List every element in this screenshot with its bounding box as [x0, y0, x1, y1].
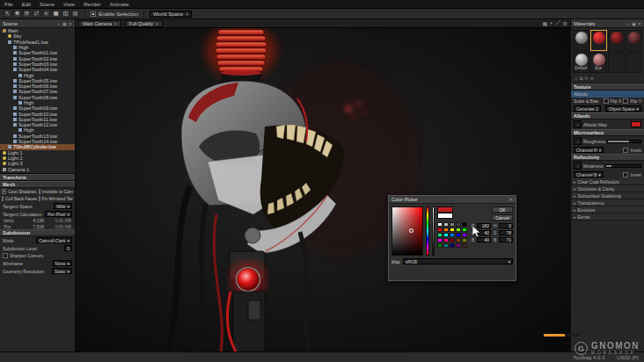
material-item[interactable]: Eye [590, 52, 607, 73]
select-arrow-icon[interactable]: ↖ [4, 10, 11, 18]
color-swatch[interactable] [462, 238, 467, 243]
material-item[interactable] [573, 30, 589, 51]
folder-icon[interactable]: ▣ [632, 21, 636, 26]
color-swatch[interactable] [443, 243, 449, 248]
material-section-collapsed[interactable]: ▸Extras [571, 214, 644, 221]
geometry-resolution-dropdown[interactable]: Static▾ [52, 268, 72, 274]
roughness-channel-dropdown[interactable]: Channel R▾ [574, 147, 604, 153]
texture-slot-icon[interactable]: ＋ [574, 120, 582, 128]
material-section-collapsed[interactable]: ▸Subsurface Scattering [571, 192, 644, 199]
color-swatch[interactable] [456, 228, 461, 232]
texture-slot-icon[interactable]: ＋ [574, 137, 582, 145]
texture-slot-icon[interactable]: ＋ [574, 162, 582, 170]
color-swatch[interactable] [462, 228, 467, 232]
menu-item-animate[interactable]: Animate [106, 2, 134, 7]
material-item[interactable] [608, 30, 625, 51]
map-dropdown[interactable]: sRGB ▾ [403, 258, 513, 264]
color-swatch[interactable] [437, 238, 443, 243]
color-field-value[interactable]: 71 [499, 237, 513, 243]
viewport[interactable]: Main Camera ▾ Full Quality ▾ ▦ ◐ ⤢ ⚙ [76, 19, 570, 351]
flip-x-checkbox[interactable] [604, 98, 609, 104]
expand-icon[interactable]: ⤢ [556, 20, 560, 26]
roughness-invert-checkbox[interactable] [623, 148, 628, 153]
color-swatch[interactable] [450, 243, 455, 248]
color-swatch[interactable] [456, 238, 461, 243]
move-icon[interactable]: ✥ [13, 10, 21, 18]
delete-icon[interactable]: ✕ [69, 21, 72, 26]
cancel-button[interactable]: Cancel [492, 214, 513, 221]
material-item[interactable] [590, 30, 607, 51]
menu-item-edit[interactable]: Edit [18, 2, 35, 7]
menu-item-file[interactable]: File [0, 2, 18, 7]
metalness-invert-checkbox[interactable] [623, 172, 628, 177]
material-item[interactable] [626, 30, 642, 51]
camera-dropdown[interactable]: Main Camera ▾ [78, 20, 121, 27]
fix-mirrored-tangents-checkbox[interactable] [39, 196, 40, 201]
color-swatch[interactable] [437, 228, 443, 232]
refresh-material-icon[interactable]: ↻ [585, 76, 589, 82]
saturation-value-field[interactable] [392, 206, 423, 256]
scale-icon[interactable]: ⤢ [33, 10, 40, 18]
color-swatch[interactable] [456, 233, 461, 237]
material-item[interactable] [608, 52, 625, 73]
material-section-collapsed[interactable]: ▸Occlusion & Cavity [571, 185, 644, 192]
snap-icon[interactable]: ▦ [52, 10, 60, 18]
rotate-icon[interactable]: ⟳ [23, 10, 31, 18]
roughness-slider[interactable] [607, 140, 641, 143]
color-swatch[interactable] [443, 238, 449, 243]
material-section-collapsed[interactable]: ▸Clear Coat Reflection [571, 178, 644, 185]
grid-icon[interactable]: ▦ [543, 20, 548, 26]
enable-selection-checkbox[interactable] [91, 11, 96, 17]
new-material-icon[interactable]: ＋ [574, 76, 578, 82]
material-section-collapsed[interactable]: ▸Transparency [571, 199, 644, 206]
color-swatch[interactable] [456, 243, 461, 248]
albedo-section-header[interactable]: Albedo [571, 112, 644, 119]
color-swatch[interactable] [462, 243, 467, 248]
albedo-color-swatch[interactable] [631, 121, 641, 127]
metalness-slider[interactable] [605, 164, 641, 168]
albedo-tab[interactable]: Albedo [571, 90, 644, 98]
focus-icon[interactable]: ◎ [71, 10, 79, 18]
color-swatch[interactable] [443, 222, 449, 227]
color-swatch[interactable] [462, 222, 467, 227]
tangent-calc-dropdown[interactable]: Per-Pixel▾ [45, 211, 72, 217]
subdivision-section-header[interactable]: Subdivision [0, 229, 75, 236]
transform-section-header[interactable]: Transform [0, 174, 75, 181]
pivot-icon[interactable]: ⌖ [42, 10, 50, 18]
add-icon[interactable]: ＋ [56, 21, 61, 26]
mirror-icon[interactable]: ◫ [62, 10, 70, 18]
color-swatch[interactable] [450, 238, 455, 243]
invisible-to-camera-checkbox[interactable] [39, 189, 40, 194]
object-space-dropdown[interactable]: Object Space▾ [605, 105, 641, 112]
color-swatch[interactable] [450, 222, 455, 227]
settings-gear-icon[interactable]: ⚙ [563, 20, 567, 26]
microsurface-section-header[interactable]: Microsurface [571, 129, 644, 136]
reflectivity-section-header[interactable]: Reflectivity [571, 154, 644, 161]
3d-scene-render[interactable] [76, 28, 570, 351]
wireframe-dropdown[interactable]: None▾ [53, 260, 72, 266]
material-section-collapsed[interactable]: ▸Emissive [571, 206, 644, 214]
close-icon[interactable]: ✕ [509, 197, 513, 202]
color-swatch[interactable] [437, 233, 443, 237]
mesh-section-header[interactable]: Mesh [0, 181, 75, 188]
flip-y-checkbox[interactable] [623, 98, 628, 104]
cull-back-faces-checkbox[interactable] [2, 196, 4, 201]
subdiv-mode-dropdown[interactable]: Catmull-Clark▾ [36, 237, 72, 243]
color-marker[interactable] [409, 228, 413, 233]
quality-dropdown[interactable]: Full Quality ▾ [125, 20, 163, 27]
cast-shadows-checkbox[interactable] [2, 189, 6, 194]
color-field-value[interactable]: 78 [499, 230, 513, 235]
remove-material-icon[interactable]: ✕ [590, 76, 594, 82]
color-swatch[interactable] [443, 228, 449, 232]
hue-slider[interactable] [426, 206, 429, 256]
color-swatch[interactable] [437, 222, 443, 227]
delete-material-icon[interactable]: ✕ [638, 21, 641, 26]
color-swatch[interactable] [443, 233, 449, 237]
texture-section-header[interactable]: Texture [571, 83, 644, 90]
tangent-space-dropdown[interactable]: Mikk▾ [54, 203, 72, 209]
material-item[interactable] [626, 52, 642, 73]
ok-button[interactable]: OK [492, 206, 513, 213]
metalness-channel-dropdown[interactable]: Channel B▾ [574, 171, 604, 177]
video-progress-bar[interactable] [544, 334, 579, 337]
color-swatch[interactable] [450, 228, 455, 232]
